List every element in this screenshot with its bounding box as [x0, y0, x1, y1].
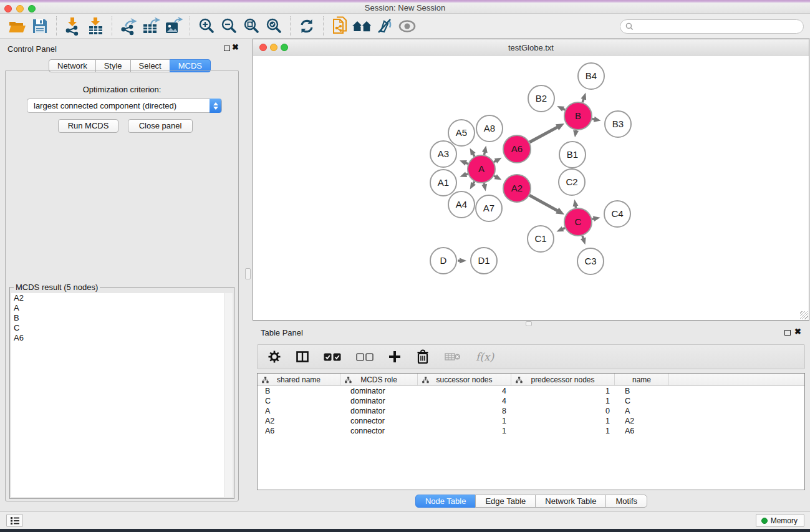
table-row[interactable]: Bdominator41B: [258, 386, 804, 396]
table-row[interactable]: A2connector11A2: [258, 416, 804, 426]
graph-node-C1[interactable]: C1: [528, 226, 554, 252]
tab-edge-table[interactable]: Edge Table: [475, 495, 536, 508]
cell-shared-name[interactable]: A6: [258, 426, 340, 436]
cell-MCDS-role[interactable]: dominator: [340, 386, 418, 396]
home-icon[interactable]: [351, 16, 374, 37]
graph-node-A2[interactable]: A2: [503, 175, 531, 202]
float-panel-icon[interactable]: [224, 46, 230, 51]
horizontal-splitter[interactable]: [253, 321, 810, 327]
graph-node-A7[interactable]: A7: [476, 195, 502, 221]
result-item[interactable]: B: [11, 313, 224, 323]
delete-column-trash-icon[interactable]: [416, 349, 430, 364]
graph-node-C2[interactable]: C2: [559, 169, 585, 195]
graph-node-D[interactable]: D: [430, 248, 456, 274]
tab-motifs[interactable]: Motifs: [605, 495, 647, 508]
export-network-icon[interactable]: [117, 16, 140, 37]
cell-shared-name[interactable]: A: [258, 406, 340, 416]
result-item[interactable]: A: [11, 303, 224, 313]
graph-node-B2[interactable]: B2: [528, 85, 554, 112]
resize-grip-icon[interactable]: [800, 311, 808, 319]
graph-node-A5[interactable]: A5: [448, 120, 475, 146]
search-input[interactable]: [637, 21, 803, 32]
network-canvas[interactable]: B4B2BB3A5A8A6A3B1AA1C2A2A4A7C4CC1C3DD1: [253, 56, 809, 320]
cell-MCDS-role[interactable]: dominator: [340, 406, 418, 416]
task-history-button[interactable]: [6, 514, 23, 527]
tab-network-table[interactable]: Network Table: [535, 495, 606, 508]
export-table-icon[interactable]: [140, 16, 162, 37]
export-image-icon[interactable]: [162, 16, 185, 37]
cell-predecessor-nodes[interactable]: 1: [511, 416, 615, 426]
column-header-predecessor-nodes[interactable]: predecessor nodes: [511, 374, 615, 386]
column-header-MCDS-role[interactable]: MCDS role: [340, 374, 418, 386]
close-panel-button[interactable]: Close panel: [128, 119, 193, 133]
annotation-pen-disabled-icon[interactable]: [374, 16, 396, 37]
graph-node-A8[interactable]: A8: [476, 115, 503, 142]
graph-node-B4[interactable]: B4: [578, 63, 604, 89]
gear-icon[interactable]: [268, 350, 281, 364]
result-item[interactable]: C: [11, 323, 224, 333]
import-network-icon[interactable]: [62, 16, 84, 37]
cell-shared-name[interactable]: C: [258, 396, 340, 406]
network-window-titlebar[interactable]: testGlobe.txt: [253, 39, 809, 56]
cell-name[interactable]: A: [615, 406, 669, 416]
show-details-eye-icon[interactable]: [396, 16, 418, 37]
cell-shared-name[interactable]: B: [258, 386, 340, 396]
cell-shared-name[interactable]: A2: [258, 416, 340, 426]
cell-successor-nodes[interactable]: 4: [418, 386, 511, 396]
close-panel-icon[interactable]: ✖: [794, 327, 801, 337]
cell-MCDS-role[interactable]: connector: [340, 426, 418, 436]
graph-node-B[interactable]: B: [564, 102, 592, 130]
graph-node-C[interactable]: C: [564, 208, 592, 236]
result-item[interactable]: A2: [11, 293, 224, 303]
cell-MCDS-role[interactable]: dominator: [340, 396, 418, 406]
run-mcds-button[interactable]: Run MCDS: [58, 119, 118, 133]
vertical-splitter[interactable]: [244, 39, 253, 511]
clone-network-document-icon[interactable]: [329, 16, 351, 37]
refresh-icon[interactable]: [296, 16, 318, 37]
import-table-icon[interactable]: [84, 16, 107, 37]
result-scrollbar[interactable]: [224, 293, 233, 497]
edge-A2-C[interactable]: [529, 195, 558, 211]
graph-node-A4[interactable]: A4: [448, 191, 475, 218]
graph-node-B3[interactable]: B3: [605, 111, 631, 137]
cell-name[interactable]: C: [615, 396, 669, 406]
graph-node-A3[interactable]: A3: [430, 141, 456, 167]
cell-predecessor-nodes[interactable]: 1: [511, 386, 615, 396]
search-field[interactable]: [620, 19, 804, 34]
graph-node-A6[interactable]: A6: [503, 135, 531, 163]
save-icon[interactable]: [29, 16, 51, 37]
open-folder-icon[interactable]: [6, 16, 29, 37]
table-row[interactable]: Adominator80A: [258, 406, 804, 416]
cell-predecessor-nodes[interactable]: 1: [511, 426, 615, 436]
deselect-all-checkboxes-icon[interactable]: [356, 353, 374, 361]
graph-node-B1[interactable]: B1: [559, 142, 586, 168]
splitter-grip[interactable]: [245, 268, 251, 279]
graph-node-A[interactable]: A: [468, 155, 495, 183]
criterion-dropdown[interactable]: largest connected component (directed): [27, 99, 222, 113]
zoom-fit-icon[interactable]: [240, 16, 263, 37]
result-item[interactable]: A6: [11, 333, 224, 343]
graph-node-A1[interactable]: A1: [430, 170, 456, 196]
add-column-icon[interactable]: [388, 351, 401, 363]
cell-predecessor-nodes[interactable]: 1: [511, 396, 615, 406]
tab-node-table[interactable]: Node Table: [415, 495, 476, 508]
edge-A6-B[interactable]: [529, 127, 558, 142]
split-columns-icon[interactable]: [296, 351, 309, 362]
column-header-successor-nodes[interactable]: successor nodes: [418, 374, 511, 386]
cell-successor-nodes[interactable]: 1: [418, 416, 511, 426]
cell-successor-nodes[interactable]: 8: [418, 406, 511, 416]
splitter-grip[interactable]: [526, 321, 532, 326]
cell-name[interactable]: A6: [615, 426, 669, 436]
cell-predecessor-nodes[interactable]: 0: [511, 406, 615, 416]
table-row[interactable]: A6connector11A6: [258, 426, 804, 436]
cell-successor-nodes[interactable]: 4: [418, 396, 511, 406]
graph-node-D1[interactable]: D1: [471, 248, 497, 274]
close-panel-icon[interactable]: ✖: [232, 42, 239, 52]
zoom-selected-icon[interactable]: [263, 16, 285, 37]
table-row[interactable]: Cdominator41C: [258, 396, 804, 406]
graph-node-C3[interactable]: C3: [577, 248, 604, 274]
cell-successor-nodes[interactable]: 1: [418, 426, 511, 436]
zoom-out-icon[interactable]: [218, 16, 240, 37]
memory-button[interactable]: Memory: [756, 514, 804, 527]
zoom-in-icon[interactable]: [195, 16, 218, 37]
